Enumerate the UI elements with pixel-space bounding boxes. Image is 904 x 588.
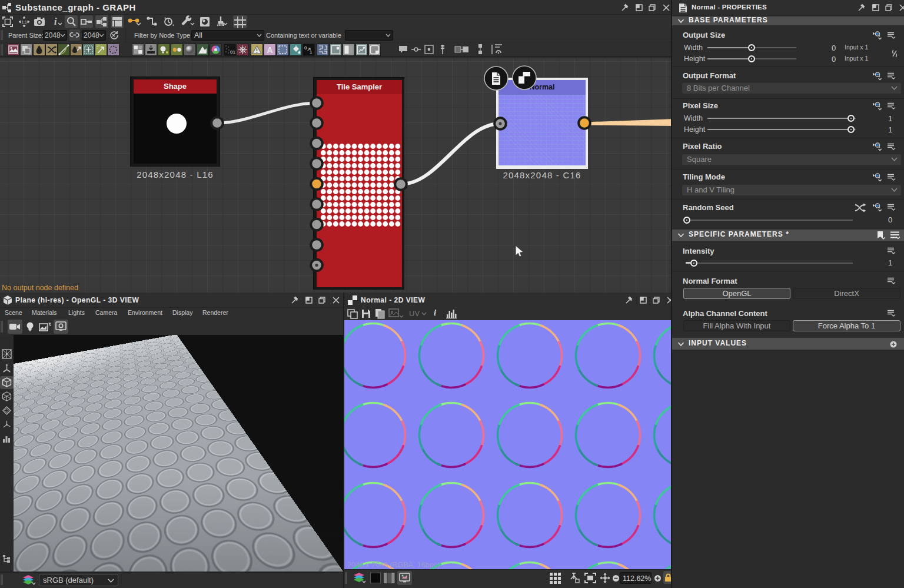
svg-text:1:1: 1:1 [21,20,27,24]
svg-text:0: 0 [304,45,307,51]
svg-text:01: 01 [230,49,235,55]
svg-text:1: 1 [310,49,313,55]
svg-text:i: i [54,16,57,26]
svg-text:A: A [267,45,272,55]
